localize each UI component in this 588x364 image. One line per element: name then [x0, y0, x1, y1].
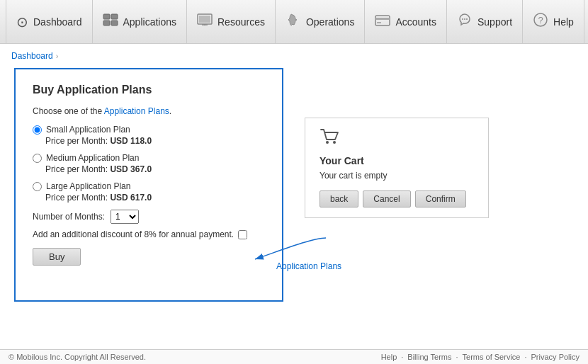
svg-rect-1: [111, 14, 118, 19]
nav-accounts[interactable]: Accounts: [365, 0, 447, 43]
discount-checkbox[interactable]: [238, 230, 247, 239]
svg-text:?: ?: [538, 15, 543, 25]
plan-large-label: Large Application Plan: [46, 181, 130, 191]
discount-label: Add an additional discount of 8% for ann…: [33, 229, 234, 239]
nav-support-label: Support: [477, 16, 512, 28]
footer-privacy-policy[interactable]: Privacy Policy: [531, 353, 579, 361]
plan-small-price-value: USD 118.0: [110, 136, 152, 146]
plan-small-radio[interactable]: [33, 125, 42, 135]
plan-medium-price: Price per Month: USD 367.0: [45, 164, 265, 174]
svg-rect-8: [375, 16, 390, 25]
plan-medium: Medium Application Plan Price per Month:…: [33, 153, 265, 174]
nav-dashboard-label: Dashboard: [33, 16, 82, 28]
svg-rect-5: [199, 16, 210, 23]
dashboard-icon: ⊙: [16, 13, 28, 30]
plan-medium-label: Medium Application Plan: [46, 153, 139, 163]
annotation-link[interactable]: Application Plans: [276, 261, 489, 271]
svg-point-12: [462, 18, 463, 20]
svg-rect-2: [103, 21, 110, 25]
nav-operations[interactable]: Operations: [276, 0, 365, 43]
resources-icon: [197, 13, 213, 30]
discount-row: Add an additional discount of 8% for ann…: [33, 229, 265, 239]
nav-operations-label: Operations: [306, 16, 354, 28]
cart-confirm-button[interactable]: Confirm: [415, 190, 466, 207]
cart-buttons: back Cancel Confirm: [320, 190, 474, 207]
main-content: Buy Application Plans Choose one of the …: [0, 68, 588, 302]
footer: © Mobilous Inc. Copyright All Reserved. …: [0, 349, 588, 364]
nav-help[interactable]: ? Help: [523, 0, 584, 43]
buy-plans-title: Buy Application Plans: [33, 84, 265, 96]
buy-plans-box: Buy Application Plans Choose one of the …: [14, 68, 283, 302]
buy-button[interactable]: Buy: [33, 248, 81, 266]
cart-empty-text: Your cart is empty: [320, 171, 474, 181]
nav-applications-label: Applications: [123, 16, 177, 28]
footer-links: Help · Billing Terms · Terms of Service …: [381, 353, 579, 361]
nav-resources[interactable]: Resources: [187, 0, 276, 43]
svg-point-11: [464, 18, 465, 20]
support-icon: [457, 12, 473, 31]
footer-billing-terms[interactable]: Billing Terms: [407, 353, 451, 361]
help-icon: ?: [533, 12, 548, 31]
cart-cancel-button[interactable]: Cancel: [363, 190, 410, 207]
months-label: Number of Months:: [33, 212, 105, 222]
right-section: Your Cart Your cart is empty back Cancel…: [305, 68, 489, 302]
breadcrumb-chevron: ›: [56, 52, 59, 60]
nav-help-label: Help: [553, 16, 574, 28]
plan-medium-radio[interactable]: [33, 154, 42, 163]
plan-large-price-label: Price per Month:: [45, 193, 108, 203]
plan-large-price-value: USD 617.0: [110, 193, 152, 203]
svg-rect-9: [375, 18, 390, 20]
breadcrumb-home-link[interactable]: Dashboard: [11, 51, 53, 61]
plan-small: Small Application Plan Price per Month: …: [33, 125, 265, 146]
plan-medium-price-label: Price per Month:: [45, 164, 108, 174]
annotation-area: Application Plans: [248, 231, 489, 271]
svg-rect-0: [103, 14, 110, 19]
nav-resources-label: Resources: [217, 16, 265, 28]
choose-text: Choose one of the Application Plans.: [33, 106, 265, 116]
months-row: Number of Months: 1 2 3 6 12: [33, 210, 265, 224]
plan-large-radio[interactable]: [33, 182, 42, 191]
plan-large-radio-row: Large Application Plan: [33, 181, 265, 191]
cart-icon: [320, 128, 339, 151]
plan-small-price-label: Price per Month:: [45, 136, 108, 146]
cart-section: Your Cart Your cart is empty back Cancel…: [305, 118, 489, 218]
accounts-icon: [375, 13, 390, 30]
svg-point-13: [466, 18, 468, 20]
operations-icon: [285, 12, 301, 31]
application-plans-link[interactable]: Application Plans: [104, 106, 169, 116]
footer-copyright: © Mobilous Inc. Copyright All Reserved.: [9, 353, 146, 361]
cart-icon-row: [320, 128, 474, 151]
plan-small-price: Price per Month: USD 118.0: [45, 136, 265, 146]
nav-accounts-label: Accounts: [395, 16, 436, 28]
nav-dashboard[interactable]: ⊙ Dashboard: [6, 0, 93, 43]
applications-icon: [103, 13, 118, 30]
plan-small-radio-row: Small Application Plan: [33, 125, 265, 135]
nav-applications[interactable]: Applications: [93, 0, 188, 43]
svg-rect-10: [377, 22, 381, 23]
plan-medium-radio-row: Medium Application Plan: [33, 153, 265, 163]
svg-point-17: [333, 141, 336, 144]
plan-large: Large Application Plan Price per Month: …: [33, 181, 265, 203]
cart-back-button[interactable]: back: [320, 190, 358, 207]
cart-box: Your Cart Your cart is empty back Cancel…: [305, 118, 489, 218]
cart-title: Your Cart: [320, 155, 474, 166]
svg-point-16: [326, 141, 329, 144]
breadcrumb: Dashboard ›: [0, 44, 588, 68]
choose-suffix: .: [169, 106, 171, 116]
months-select[interactable]: 1 2 3 6 12: [111, 210, 139, 224]
footer-terms-of-service[interactable]: Terms of Service: [463, 353, 521, 361]
nav-support[interactable]: Support: [447, 0, 523, 43]
footer-help-label: Help: [381, 353, 397, 361]
navbar: ⊙ Dashboard Applications Resources: [0, 0, 588, 44]
svg-rect-3: [111, 21, 118, 25]
plan-medium-price-value: USD 367.0: [110, 164, 152, 174]
choose-prefix: Choose one of the: [33, 106, 104, 116]
plan-small-label: Small Application Plan: [46, 125, 130, 135]
plan-large-price: Price per Month: USD 617.0: [45, 193, 265, 203]
